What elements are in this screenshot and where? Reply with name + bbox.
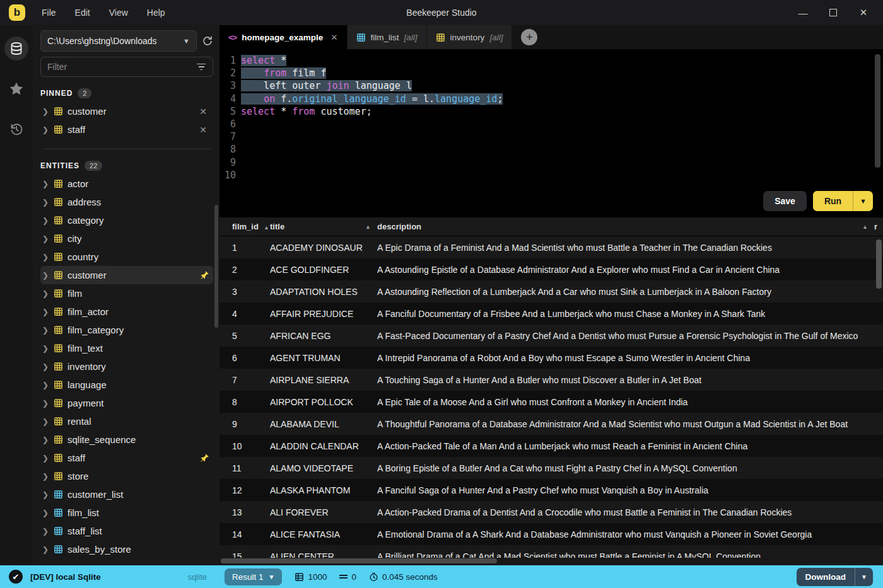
- table-row[interactable]: 6 AGENT TRUMAN A Intrepid Panorama of a …: [219, 347, 883, 369]
- cell-description[interactable]: A Action-Packed Drama of a Dentist And a…: [377, 507, 883, 517]
- cell-film-id[interactable]: 11: [219, 463, 270, 473]
- chevron-right-icon[interactable]: ❯: [42, 271, 49, 280]
- cell-film-id[interactable]: 6: [219, 353, 270, 363]
- table-row[interactable]: 14 ALICE FANTASIA A Emotional Drama of a…: [219, 523, 883, 545]
- close-icon[interactable]: ✕: [858, 7, 869, 18]
- chevron-right-icon[interactable]: ❯: [42, 107, 49, 116]
- tab-homepage-example[interactable]: <> homepage_example ✕: [219, 25, 348, 49]
- table-row[interactable]: 3 ADAPTATION HOLES A Astounding Reflecti…: [219, 280, 883, 303]
- results-horizontal-scrollbar[interactable]: [221, 558, 497, 563]
- column-header-title[interactable]: title▲: [270, 222, 377, 231]
- entity-item-rental[interactable]: ❯ rental: [40, 412, 213, 430]
- table-row[interactable]: 11 ALAMO VIDEOTAPE A Boring Epistle of a…: [219, 457, 883, 479]
- result-selector-button[interactable]: Result 1 ▼: [225, 568, 282, 585]
- chevron-right-icon[interactable]: ❯: [42, 490, 49, 499]
- cell-description[interactable]: A Epic Drama of a Feminist And a Mad Sci…: [377, 243, 883, 253]
- tab-film-list[interactable]: film_list [all]: [348, 25, 427, 49]
- entity-item-payment[interactable]: ❯ payment: [40, 394, 213, 412]
- pin-icon[interactable]: [200, 453, 209, 463]
- menu-view[interactable]: View: [102, 4, 136, 21]
- pinned-item-customer[interactable]: ❯ customer ✕: [40, 102, 213, 120]
- entity-item-sales_by_store[interactable]: ❯ sales_by_store: [40, 540, 213, 558]
- entity-item-customer[interactable]: ❯ customer: [40, 266, 213, 284]
- chevron-right-icon[interactable]: ❯: [42, 509, 49, 517]
- chevron-right-icon[interactable]: ❯: [42, 435, 49, 444]
- cell-title[interactable]: AFRICAN EGG: [270, 331, 377, 341]
- entity-item-customer_list[interactable]: ❯ customer_list: [40, 485, 213, 504]
- entity-item-actor[interactable]: ❯ actor: [40, 175, 213, 193]
- cell-title[interactable]: AFFAIR PREJUDICE: [270, 309, 377, 319]
- cell-film-id[interactable]: 2: [219, 265, 270, 275]
- cell-film-id[interactable]: 1: [219, 243, 270, 253]
- chevron-right-icon[interactable]: ❯: [42, 362, 49, 371]
- database-tables-icon[interactable]: [4, 37, 28, 61]
- filter-input[interactable]: [47, 62, 196, 72]
- maximize-icon[interactable]: [827, 8, 839, 18]
- cell-description[interactable]: A Thoughtful Panorama of a Database Admi…: [377, 419, 883, 429]
- entity-item-address[interactable]: ❯ address: [40, 193, 213, 211]
- table-row[interactable]: 4 AFFAIR PREJUDICE A Fanciful Documentar…: [219, 303, 883, 325]
- cell-title[interactable]: ALABAMA DEVIL: [270, 419, 377, 429]
- cell-description[interactable]: A Touching Saga of a Hunter And a Butler…: [377, 375, 883, 385]
- filter-icon[interactable]: [196, 64, 206, 71]
- cell-description[interactable]: A Epic Tale of a Moose And a Girl who mu…: [377, 397, 883, 407]
- entity-item-language[interactable]: ❯ language: [40, 376, 213, 394]
- cell-film-id[interactable]: 7: [219, 375, 270, 385]
- chevron-right-icon[interactable]: ❯: [42, 180, 49, 188]
- cell-title[interactable]: ADAPTATION HOLES: [270, 287, 377, 297]
- chevron-right-icon[interactable]: ❯: [42, 289, 49, 298]
- chevron-right-icon[interactable]: ❯: [42, 417, 49, 426]
- entity-item-staff_list[interactable]: ❯ staff_list: [40, 522, 213, 540]
- entity-item-city[interactable]: ❯ city: [40, 229, 213, 248]
- tab-close-icon[interactable]: ✕: [330, 32, 337, 42]
- sort-asc-icon[interactable]: ▲: [365, 224, 371, 230]
- chevron-right-icon[interactable]: ❯: [42, 344, 49, 353]
- chevron-right-icon[interactable]: ❯: [42, 198, 49, 207]
- sort-asc-icon[interactable]: ▲: [264, 224, 269, 231]
- chevron-right-icon[interactable]: ❯: [42, 472, 49, 481]
- table-row[interactable]: 13 ALI FOREVER A Action-Packed Drama of …: [219, 501, 883, 523]
- cell-film-id[interactable]: 10: [219, 441, 270, 451]
- cell-description[interactable]: A Fanciful Documentary of a Frisbee And …: [377, 309, 883, 319]
- editor-scrollbar[interactable]: [875, 54, 880, 168]
- sql-code[interactable]: select * from film f left outer join lan…: [241, 54, 883, 191]
- chevron-right-icon[interactable]: ❯: [42, 381, 49, 389]
- table-row[interactable]: 9 ALABAMA DEVIL A Thoughtful Panorama of…: [219, 413, 883, 435]
- cell-description[interactable]: A Action-Packed Tale of a Man And a Lumb…: [377, 441, 883, 451]
- minimize-icon[interactable]: —: [797, 8, 809, 18]
- entity-item-film_list[interactable]: ❯ film_list: [40, 504, 213, 522]
- unpin-close-icon[interactable]: ✕: [197, 107, 209, 117]
- database-selector[interactable]: C:\Users\ghstng\Downloads ▼: [40, 30, 197, 52]
- tab-inventory[interactable]: inventory [all]: [427, 25, 513, 49]
- column-header-partial[interactable]: r: [874, 222, 883, 231]
- sidebar-scrollbar[interactable]: [214, 205, 218, 328]
- chevron-right-icon[interactable]: ❯: [42, 308, 49, 316]
- cell-title[interactable]: AIRPORT POLLOCK: [270, 397, 377, 407]
- cell-film-id[interactable]: 8: [219, 397, 270, 407]
- cell-title[interactable]: ALADDIN CALENDAR: [270, 441, 377, 451]
- cell-title[interactable]: AGENT TRUMAN: [270, 353, 377, 363]
- cell-description[interactable]: A Emotional Drama of a A Shark And a Dat…: [377, 529, 883, 539]
- chevron-right-icon[interactable]: ❯: [42, 253, 49, 262]
- chevron-right-icon[interactable]: ❯: [42, 125, 49, 134]
- table-row[interactable]: 2 ACE GOLDFINGER A Astounding Epistle of…: [219, 258, 883, 280]
- entity-item-category[interactable]: ❯ category: [40, 211, 213, 229]
- table-row[interactable]: 12 ALASKA PHANTOM A Fanciful Saga of a H…: [219, 479, 883, 501]
- pin-icon[interactable]: [200, 270, 209, 280]
- chevron-right-icon[interactable]: ❯: [42, 326, 49, 335]
- cell-film-id[interactable]: 14: [219, 529, 270, 539]
- download-options-caret-icon[interactable]: ▼: [855, 568, 873, 586]
- menu-edit[interactable]: Edit: [67, 4, 98, 21]
- results-vertical-scrollbar[interactable]: [876, 239, 882, 289]
- sort-asc-icon[interactable]: ▲: [862, 224, 868, 230]
- cell-title[interactable]: ALAMO VIDEOTAPE: [270, 463, 377, 473]
- run-options-caret-icon[interactable]: ▼: [853, 191, 873, 211]
- cell-film-id[interactable]: 12: [219, 485, 270, 495]
- menu-help[interactable]: Help: [139, 4, 173, 21]
- refresh-icon[interactable]: [202, 35, 213, 47]
- cell-film-id[interactable]: 13: [219, 507, 270, 517]
- cell-title[interactable]: ACE GOLDFINGER: [270, 265, 377, 275]
- connection-status[interactable]: ✔ [DEV] local Sqlite sqlite: [0, 570, 219, 584]
- cell-film-id[interactable]: 5: [219, 331, 270, 341]
- cell-film-id[interactable]: 9: [219, 419, 270, 429]
